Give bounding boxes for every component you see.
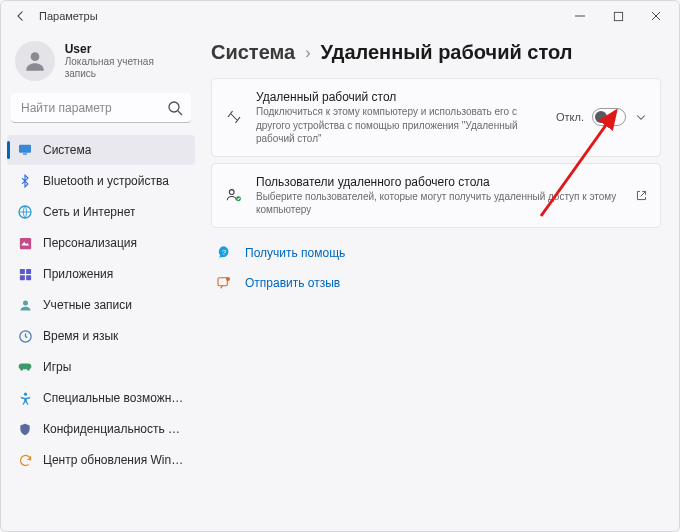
feedback-icon — [215, 274, 233, 292]
sidebar-item-access[interactable]: Специальные возможности — [7, 383, 195, 413]
maximize-button[interactable] — [599, 2, 637, 30]
link-feedback-label: Отправить отзыв — [245, 276, 340, 290]
toggle-state-label: Откл. — [556, 111, 584, 123]
sidebar-item-label: Конфиденциальность и безопасность — [43, 422, 185, 436]
svg-point-14 — [229, 190, 234, 195]
svg-rect-9 — [19, 275, 24, 280]
card-rdp-users[interactable]: Пользователи удаленного рабочего стола В… — [211, 163, 661, 228]
sidebar-item-label: Время и язык — [43, 329, 118, 343]
svg-point-2 — [169, 102, 179, 112]
sidebar-item-label: Система — [43, 143, 91, 157]
sidebar-item-apps[interactable]: Приложения — [7, 259, 195, 289]
access-icon — [17, 390, 33, 406]
pers-icon — [17, 235, 33, 251]
sidebar-item-label: Персонализация — [43, 236, 137, 250]
breadcrumb-sep-icon: › — [305, 44, 310, 62]
sidebar-item-label: Центр обновления Windows — [43, 453, 185, 467]
svg-text:?: ? — [222, 248, 226, 257]
search-box — [11, 93, 191, 123]
account-block[interactable]: User Локальная учетная запись — [7, 35, 195, 91]
breadcrumb-root[interactable]: Система — [211, 41, 295, 64]
time-icon — [17, 328, 33, 344]
sidebar-item-bt[interactable]: Bluetooth и устройства — [7, 166, 195, 196]
sidebar-item-label: Bluetooth и устройства — [43, 174, 169, 188]
users-icon — [224, 186, 244, 204]
sidebar-item-pers[interactable]: Персонализация — [7, 228, 195, 258]
search-icon — [167, 100, 183, 116]
accts-icon — [17, 297, 33, 313]
help-icon: ? — [215, 244, 233, 262]
card-remote-desktop-sub: Подключиться к этому компьютеру и исполь… — [256, 105, 544, 146]
card-remote-desktop-title: Удаленный рабочий стол — [256, 89, 544, 105]
minimize-button[interactable] — [561, 2, 599, 30]
svg-rect-8 — [26, 268, 31, 273]
sidebar-item-label: Приложения — [43, 267, 113, 281]
remote-desktop-icon — [224, 108, 244, 126]
sidebar-item-priv[interactable]: Конфиденциальность и безопасность — [7, 414, 195, 444]
chevron-down-icon[interactable] — [634, 110, 648, 124]
breadcrumb: Система › Удаленный рабочий стол — [211, 41, 661, 64]
close-button[interactable] — [637, 2, 675, 30]
account-subtitle: Локальная учетная запись — [65, 56, 187, 80]
svg-point-1 — [31, 52, 40, 61]
net-icon — [17, 204, 33, 220]
sidebar-item-label: Учетные записи — [43, 298, 132, 312]
sidebar-item-net[interactable]: Сеть и Интернет — [7, 197, 195, 227]
card-rdp-users-title: Пользователи удаленного рабочего стола — [256, 174, 622, 190]
svg-point-11 — [23, 300, 28, 305]
sidebar-item-time[interactable]: Время и язык — [7, 321, 195, 351]
link-get-help-label: Получить помощь — [245, 246, 345, 260]
back-button[interactable] — [11, 6, 31, 26]
sidebar-item-accts[interactable]: Учетные записи — [7, 290, 195, 320]
sidebar-item-system[interactable]: Система — [7, 135, 195, 165]
sidebar-item-label: Игры — [43, 360, 71, 374]
nav-list: СистемаBluetooth и устройстваСеть и Инте… — [7, 135, 195, 475]
main-content: Система › Удаленный рабочий стол Удаленн… — [201, 31, 679, 531]
svg-rect-10 — [26, 275, 31, 280]
link-feedback[interactable]: Отправить отзыв — [215, 274, 661, 292]
games-icon — [17, 359, 33, 375]
sidebar-item-games[interactable]: Игры — [7, 352, 195, 382]
sidebar-item-label: Сеть и Интернет — [43, 205, 135, 219]
bt-icon — [17, 173, 33, 189]
sidebar-item-update[interactable]: Центр обновления Windows — [7, 445, 195, 475]
card-remote-desktop[interactable]: Удаленный рабочий стол Подключиться к эт… — [211, 78, 661, 157]
sidebar-item-label: Специальные возможности — [43, 391, 185, 405]
svg-rect-0 — [614, 12, 622, 20]
avatar — [15, 41, 55, 81]
update-icon — [17, 452, 33, 468]
apps-icon — [17, 266, 33, 282]
svg-rect-7 — [19, 268, 24, 273]
sidebar: User Локальная учетная запись СистемаBlu… — [1, 31, 201, 531]
page-title: Удаленный рабочий стол — [321, 41, 573, 64]
remote-desktop-toggle[interactable] — [592, 108, 626, 126]
open-external-icon[interactable] — [634, 188, 648, 202]
search-input[interactable] — [11, 93, 191, 123]
svg-point-13 — [23, 392, 26, 395]
system-icon — [17, 142, 33, 158]
window-title: Параметры — [39, 10, 98, 22]
svg-rect-3 — [19, 145, 31, 153]
svg-rect-4 — [23, 153, 27, 154]
card-rdp-users-sub: Выберите пользователей, которые могут по… — [256, 190, 622, 217]
priv-icon — [17, 421, 33, 437]
svg-rect-17 — [218, 278, 227, 286]
account-name: User — [65, 42, 187, 56]
svg-point-18 — [226, 277, 230, 281]
link-get-help[interactable]: ? Получить помощь — [215, 244, 661, 262]
